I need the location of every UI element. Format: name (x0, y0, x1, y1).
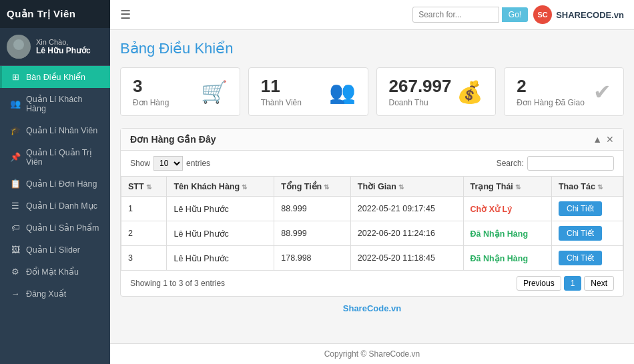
stat-label-members: Thành Viên (261, 98, 302, 107)
nav-label-admin: Quản Lí Quản Trị Viên (26, 147, 102, 167)
sidebar-item-admin[interactable]: 📌Quản Lí Quản Trị Viên (0, 141, 110, 173)
page-btn-1[interactable]: 1 (564, 276, 582, 291)
avatar (7, 35, 31, 59)
user-greeting: Xin Chào, (36, 38, 91, 46)
page-btn-previous[interactable]: Previous (517, 276, 561, 291)
stat-icon-orders: 🛒 (201, 79, 228, 105)
cell-time-2: 2022-05-20 11:18:45 (350, 246, 463, 271)
stat-num-orders: 3 (133, 76, 169, 97)
sidebar-user: Xin Chào, Lê Hữu Phước (0, 28, 110, 66)
sidebar-item-orders[interactable]: 📋Quản Lí Đơn Hàng (0, 173, 110, 195)
cell-stt-1: 2 (121, 221, 167, 246)
nav-icon-products: 🏷 (10, 223, 21, 233)
stat-label-delivered: Đơn Hàng Đã Giao (517, 98, 585, 107)
sidebar-item-password[interactable]: ⚙Đổi Mật Khẩu (0, 261, 110, 283)
nav-label-categories: Quản Lí Danh Mục (26, 201, 97, 211)
sidebar-item-dashboard[interactable]: ⊞Bàn Điều Khiển (0, 66, 110, 88)
sidebar-item-categories[interactable]: ☰Quản Lí Danh Mục (0, 195, 110, 217)
sidebar-item-logout[interactable]: →Đăng Xuất (0, 283, 110, 305)
svg-point-1 (10, 50, 27, 59)
sidebar-item-products[interactable]: 🏷Quản Lí Sản Phẩm (0, 217, 110, 239)
cell-customer-2: Lê Hữu Phước (167, 246, 274, 271)
logo-text: SHARECODE.vn (556, 10, 624, 20)
sidebar-nav: ⊞Bàn Điều Khiển👥Quản Lí Khách Hàng🎓Quản … (0, 66, 110, 364)
stat-icon-delivered: ✔ (593, 79, 611, 105)
search-box: Go! (412, 7, 528, 23)
pagination: Previous1Next (517, 276, 614, 291)
nav-label-logout: Đăng Xuất (26, 289, 66, 299)
sort-icon-3: ⇅ (398, 183, 404, 191)
col-header-4: Trạng Thái⇅ (463, 177, 551, 197)
stat-num-members: 11 (261, 76, 302, 97)
user-info: Xin Chào, Lê Hữu Phước (36, 38, 91, 55)
sidebar-item-slider[interactable]: 🖼Quản Lí Slider (0, 239, 110, 261)
svg-point-0 (13, 39, 24, 50)
nav-icon-categories: ☰ (10, 201, 21, 211)
col-header-2: Tổng Tiền⇅ (274, 177, 350, 197)
page-btn-next[interactable]: Next (584, 276, 614, 291)
table-body: 1 Lê Hữu Phước 88.999 2022-05-21 09:17:4… (121, 197, 623, 271)
cell-status-0: Chờ Xử Lý (463, 197, 551, 221)
detail-button-0[interactable]: Chi Tiết (559, 201, 602, 216)
sort-icon-2: ⇅ (324, 183, 329, 191)
search-button[interactable]: Go! (502, 7, 528, 22)
logo-area: SC SHARECODE.vn (533, 5, 624, 24)
main-content: ☰ Go! SC SHARECODE.vn Bảng Điều Khiển 3 … (110, 0, 634, 364)
cell-total-1: 88.999 (274, 221, 350, 246)
stat-card-members: 11 Thành Viên 👥 (248, 67, 368, 116)
cell-stt-0: 1 (121, 197, 167, 221)
cell-time-1: 2022-06-20 11:24:16 (350, 221, 463, 246)
panel-collapse-button[interactable]: ▲ (593, 134, 602, 145)
cell-customer-1: Lê Hữu Phước (167, 221, 274, 246)
detail-button-2[interactable]: Chi Tiết (559, 251, 602, 265)
sort-icon-5: ⇅ (597, 183, 603, 191)
stat-info-orders: 3 Đơn Hàng (133, 76, 169, 107)
cell-action-2[interactable]: Chi Tiết (551, 246, 623, 271)
show-entries: Show 10 25 50 entries (130, 156, 210, 171)
footer-info: Showing 1 to 3 of 3 entries (130, 279, 225, 288)
show-label: Show (130, 159, 150, 168)
table-search-input[interactable] (527, 156, 614, 171)
nav-label-staff: Quản Lí Nhân Viên (26, 125, 97, 135)
panel-footer: Showing 1 to 3 of 3 entries Previous1Nex… (121, 271, 623, 296)
table-head: STT⇅Tên Khách Hàng⇅Tổng Tiền⇅Thời Gian⇅T… (121, 177, 623, 197)
logo-icon: SC (533, 5, 552, 24)
cell-action-0[interactable]: Chi Tiết (551, 197, 623, 221)
stat-card-revenue: 267.997 Doanh Thu 💰 (376, 67, 497, 116)
stat-card-delivered: 2 Đơn Hàng Đã Giao ✔ (504, 67, 624, 116)
col-header-3: Thời Gian⇅ (350, 177, 463, 197)
stat-card-orders: 3 Đơn Hàng 🛒 (120, 67, 240, 116)
sidebar-item-staff[interactable]: 🎓Quản Lí Nhân Viên (0, 119, 110, 141)
copyright: Copyright © ShareCode.vn (110, 343, 634, 364)
panel-header: Đơn Hàng Gần Đây ▲ ✕ (121, 129, 623, 151)
panel-close-button[interactable]: ✕ (606, 134, 614, 145)
orders-panel: Đơn Hàng Gần Đây ▲ ✕ Show 10 25 50 entri… (120, 128, 624, 297)
entries-select[interactable]: 10 25 50 (153, 156, 183, 171)
nav-label-slider: Quản Lí Slider (26, 245, 80, 255)
col-header-1: Tên Khách Hàng⇅ (167, 177, 274, 197)
nav-label-password: Đổi Mật Khẩu (26, 267, 79, 277)
stat-info-delivered: 2 Đơn Hàng Đã Giao (517, 76, 585, 107)
page-title: Bảng Điều Khiển (120, 40, 624, 57)
stats-row: 3 Đơn Hàng 🛒 11 Thành Viên 👥 267.997 Doa… (120, 67, 624, 116)
cell-customer-0: Lê Hữu Phước (167, 197, 274, 221)
hamburger-icon[interactable]: ☰ (120, 7, 131, 22)
search-input[interactable] (412, 7, 499, 23)
table-row: 2 Lê Hữu Phước 88.999 2022-06-20 11:24:1… (121, 221, 623, 246)
cell-status-2: Đã Nhận Hàng (463, 246, 551, 271)
detail-button-1[interactable]: Chi Tiết (559, 226, 602, 241)
stat-num-delivered: 2 (517, 76, 585, 97)
table-row: 1 Lê Hữu Phước 88.999 2022-05-21 09:17:4… (121, 197, 623, 221)
cell-action-1[interactable]: Chi Tiết (551, 221, 623, 246)
stat-icon-revenue: 💰 (456, 79, 483, 105)
top-bar: ☰ Go! SC SHARECODE.vn (110, 0, 634, 30)
nav-label-dashboard: Bàn Điều Khiển (26, 72, 85, 82)
table-row: 3 Lê Hữu Phước 178.998 2022-05-20 11:18:… (121, 246, 623, 271)
sidebar-item-customers[interactable]: 👥Quản Lí Khách Hàng (0, 88, 110, 119)
nav-label-orders: Quản Lí Đơn Hàng (26, 179, 97, 189)
user-name: Lê Hữu Phước (36, 46, 91, 55)
table-header-row: STT⇅Tên Khách Hàng⇅Tổng Tiền⇅Thời Gian⇅T… (121, 177, 623, 197)
col-header-0: STT⇅ (121, 177, 167, 197)
nav-label-customers: Quản Lí Khách Hàng (26, 94, 102, 113)
panel-title: Đơn Hàng Gần Đây (130, 134, 216, 145)
